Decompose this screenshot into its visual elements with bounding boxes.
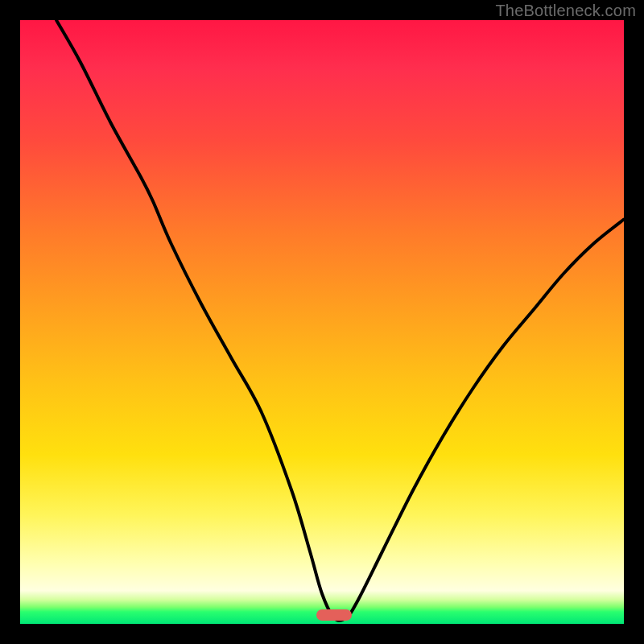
bottleneck-curve — [20, 20, 624, 624]
chart-frame: TheBottleneck.com — [0, 0, 644, 644]
plot-area — [20, 20, 624, 624]
optimal-marker — [316, 609, 352, 621]
watermark-text: TheBottleneck.com — [495, 2, 636, 20]
